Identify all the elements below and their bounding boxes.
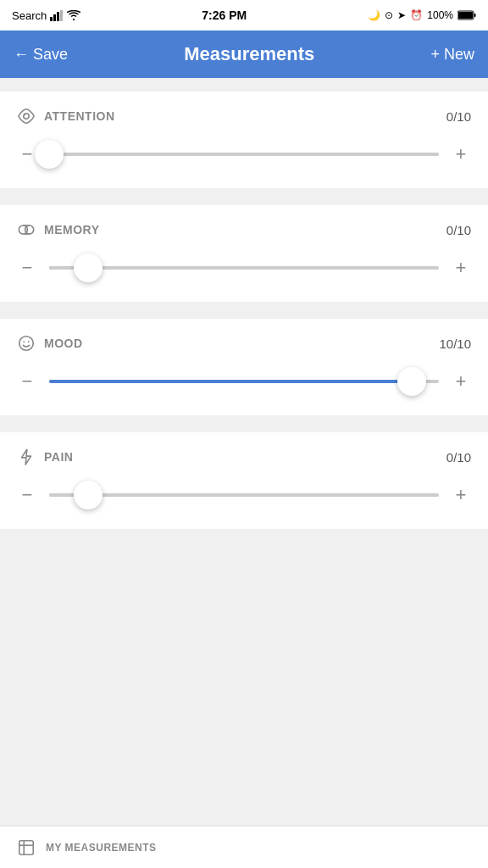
smiley-icon [17, 334, 36, 353]
nav-bar: ← Save Measurements + New [0, 31, 488, 78]
mood-fill [49, 380, 412, 383]
my-measurements-icon [17, 838, 36, 857]
memory-track [49, 266, 439, 270]
pain-slider-row: − + [17, 480, 471, 510]
status-time: 7:26 PM [202, 8, 247, 22]
page-title: Measurements [184, 43, 314, 65]
svg-rect-6 [474, 14, 475, 17]
mood-thumb[interactable] [397, 367, 426, 396]
mood-label: MOOD [44, 337, 83, 350]
memory-thumb[interactable] [74, 253, 103, 282]
memory-label: MEMORY [44, 223, 99, 236]
attention-label: ATTENTION [44, 109, 115, 123]
svg-point-10 [25, 225, 34, 234]
memory-slider-row: − + [17, 253, 471, 283]
svg-rect-0 [50, 17, 53, 21]
pain-value: 0/10 [446, 450, 471, 465]
my-measurements-label: MY MEASUREMENTS [46, 842, 157, 854]
memory-minus[interactable]: − [17, 257, 37, 279]
memory-section: MEMORY 0/10 − + [0, 205, 488, 302]
pain-section: PAIN 0/10 − + [0, 432, 488, 529]
mood-minus[interactable]: − [17, 370, 37, 392]
svg-rect-1 [53, 14, 56, 21]
brain-icon [17, 220, 36, 239]
bolt-icon [17, 448, 36, 466]
moon-icon: 🌙 [368, 9, 380, 21]
arrow-icon: ➤ [397, 9, 406, 21]
status-right: 🌙 ⊙ ➤ ⏰ 100% [368, 9, 476, 21]
signal-icon [50, 10, 64, 21]
back-button[interactable]: ← Save [14, 46, 68, 64]
mood-slider-row: − + [17, 366, 471, 397]
memory-value: 0/10 [446, 223, 471, 237]
attention-track [49, 153, 439, 156]
wifi-icon [67, 10, 80, 20]
mood-value: 10/10 [439, 337, 471, 351]
svg-point-7 [24, 114, 29, 119]
mood-plus[interactable]: + [451, 370, 471, 392]
attention-thumb[interactable] [35, 140, 64, 169]
svg-point-13 [19, 337, 34, 351]
mood-header: MOOD 10/10 [17, 334, 471, 353]
svg-rect-5 [458, 12, 473, 19]
status-bar: Search 7:26 PM 🌙 ⊙ ➤ ⏰ 100% [0, 0, 488, 31]
attention-slider[interactable] [49, 139, 439, 170]
svg-point-15 [28, 341, 30, 342]
memory-header: MEMORY 0/10 [17, 220, 471, 239]
svg-point-8 [25, 114, 26, 115]
battery-pct: 100% [427, 9, 453, 21]
alarm-icon: ⏰ [410, 9, 423, 21]
pain-plus[interactable]: + [451, 484, 471, 506]
svg-point-14 [23, 341, 25, 342]
bottom-bar[interactable]: MY MEASUREMENTS [0, 826, 488, 868]
pain-minus[interactable]: − [17, 484, 37, 506]
mood-slider[interactable] [49, 366, 439, 397]
location-icon: ⊙ [385, 9, 393, 21]
attention-header: ATTENTION 0/10 [17, 107, 471, 125]
svg-rect-2 [57, 12, 59, 21]
status-carrier: Search [12, 9, 80, 22]
new-button[interactable]: + New [430, 46, 474, 64]
attention-value: 0/10 [446, 109, 471, 124]
pain-track [49, 493, 439, 497]
mood-track [49, 380, 439, 383]
pain-slider[interactable] [49, 480, 439, 510]
attention-slider-row: − + [17, 139, 471, 170]
battery-icon [458, 10, 476, 20]
svg-rect-3 [60, 10, 63, 21]
carrier-text: Search [12, 9, 47, 22]
content-area: ATTENTION 0/10 − + [0, 78, 488, 590]
attention-plus[interactable]: + [451, 143, 471, 165]
eye-icon [17, 107, 36, 125]
pain-header: PAIN 0/10 [17, 448, 471, 466]
svg-rect-16 [19, 840, 34, 854]
pain-thumb[interactable] [74, 481, 103, 509]
mood-section: MOOD 10/10 − + [0, 319, 488, 415]
pain-label: PAIN [44, 450, 73, 464]
memory-slider[interactable] [49, 253, 439, 283]
memory-plus[interactable]: + [451, 257, 471, 279]
attention-section: ATTENTION 0/10 − + [0, 92, 488, 188]
